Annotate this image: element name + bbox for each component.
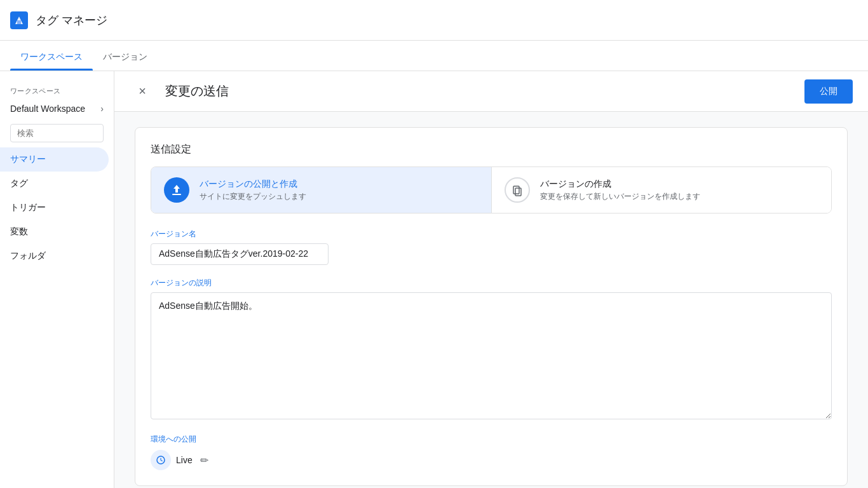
modal-overlay: × 変更の送信 公開 送信設定: [114, 71, 868, 488]
version-name-label: バージョン名: [151, 229, 832, 240]
sidebar-item-folders[interactable]: フォルダ: [0, 244, 109, 268]
env-icon: [151, 450, 171, 470]
search-input[interactable]: [10, 124, 104, 142]
create-version-text: バージョンの作成 変更を保存して新しいバージョンを作成します: [540, 179, 700, 202]
publish-option-desc: サイトに変更をプッシュします: [200, 191, 306, 202]
workspace-item-label: Default Workspace: [10, 104, 85, 114]
env-edit-button[interactable]: ✏: [198, 452, 211, 469]
modal-title: 変更の送信: [165, 83, 804, 100]
sidebar-workspace-item[interactable]: Default Workspace ›: [0, 98, 114, 119]
publish-option-icon: [164, 177, 189, 203]
env-label: 環境への公開: [151, 434, 832, 445]
create-version-icon: [505, 177, 530, 203]
sidebar-item-summary[interactable]: サマリー: [0, 147, 109, 172]
sidebar-item-variables[interactable]: 変数: [0, 220, 109, 244]
svg-rect-4: [513, 186, 519, 194]
app-title: タグ マネージ: [36, 13, 107, 28]
submission-settings-card: 送信設定: [135, 127, 848, 486]
submission-settings-title: 送信設定: [151, 143, 832, 156]
submit-options-container: バージョンの公開と作成 サイトに変更をプッシュします: [151, 166, 832, 214]
publish-button[interactable]: 公開: [804, 79, 853, 104]
nav-tabs: ワークスペース バージョン: [0, 41, 868, 71]
sidebar: ワークスペース Default Workspace › サマリー タグ トリガー…: [0, 71, 114, 488]
top-bar: タグ マネージ: [0, 0, 868, 41]
tab-version[interactable]: バージョン: [93, 51, 158, 71]
create-version-desc: 変更を保存して新しいバージョンを作成します: [540, 191, 700, 202]
sidebar-item-tags[interactable]: タグ: [0, 172, 109, 196]
modal-body: 送信設定: [114, 112, 868, 488]
svg-rect-3: [172, 194, 181, 195]
modal-header: × 変更の送信 公開: [114, 71, 868, 112]
gtm-logo-icon: [10, 11, 28, 29]
copy-icon: [511, 184, 524, 196]
version-desc-textarea[interactable]: AdSense自動広告開始。: [151, 292, 832, 419]
env-name: Live: [176, 455, 193, 465]
modal-dialog: × 変更の送信 公開 送信設定: [114, 71, 868, 488]
main-layout: ワークスペース Default Workspace › サマリー タグ トリガー…: [0, 71, 868, 488]
create-version-option[interactable]: バージョンの作成 変更を保存して新しいバージョンを作成します: [492, 167, 832, 213]
chevron-right-icon: ›: [100, 104, 104, 114]
sidebar-item-triggers[interactable]: トリガー: [0, 196, 109, 220]
version-desc-label: バージョンの説明: [151, 278, 832, 288]
publish-option-text: バージョンの公開と作成 サイトに変更をプッシュします: [200, 179, 306, 202]
modal-close-button[interactable]: ×: [130, 79, 155, 104]
env-item: Live ✏: [151, 450, 832, 470]
refresh-icon: [155, 454, 166, 466]
close-icon: ×: [139, 84, 146, 98]
svg-rect-5: [515, 188, 521, 196]
tab-workspace[interactable]: ワークスペース: [10, 51, 93, 71]
publish-and-create-option[interactable]: バージョンの公開と作成 サイトに変更をプッシュします: [151, 167, 492, 213]
pencil-icon: ✏: [200, 455, 208, 466]
content-area: × 変更の送信 公開 送信設定: [114, 71, 868, 488]
upload-icon: [170, 184, 183, 196]
version-name-input[interactable]: [151, 243, 329, 265]
create-version-title: バージョンの作成: [540, 179, 700, 190]
svg-rect-2: [17, 20, 21, 24]
sidebar-section-label: ワークスペース: [0, 81, 114, 98]
publish-option-title: バージョンの公開と作成: [200, 179, 306, 190]
